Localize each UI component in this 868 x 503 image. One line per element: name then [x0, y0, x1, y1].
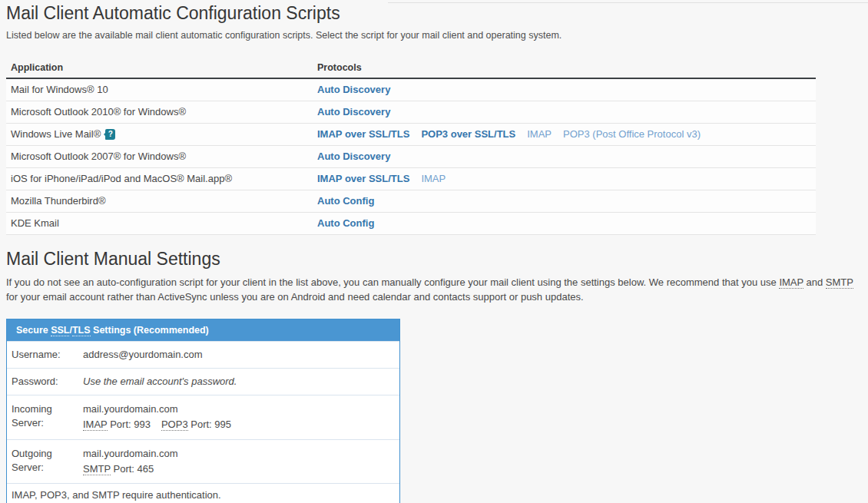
application-name: Microsoft Outlook 2007® for Windows® [11, 151, 317, 162]
secure-settings-header: Secure SSL/TLS Settings (Recommended) [7, 319, 399, 341]
table-row: Mail for Windows® 10 Auto Discovery [6, 79, 816, 101]
header-divider [388, 2, 868, 3]
outgoing-ports: SMTP Port: 465 [83, 462, 399, 476]
incoming-server-value: mail.yourdomain.com IMAP Port: 993POP3 P… [80, 395, 399, 438]
protocols-cell: Auto Discovery [317, 151, 816, 162]
protocols-cell: Auto Config [317, 217, 816, 229]
protocol-link-imap-ssl[interactable]: IMAP over SSL/TLS [317, 173, 409, 184]
protocols-cell: IMAP over SSL/TLS POP3 over SSL/TLS IMAP… [317, 128, 816, 140]
application-name: KDE Kmail [11, 217, 317, 229]
protocols-cell: Auto Config [317, 195, 816, 207]
table-row: iOS for iPhone/iPad/iPod and MacOS® Mail… [6, 168, 816, 190]
incoming-ports: IMAP Port: 993POP3 Port: 995 [83, 418, 399, 432]
incoming-server-row: Incoming Server: mail.yourdomain.com IMA… [7, 395, 399, 438]
header-text: Settings (Recommended) [91, 325, 209, 336]
outgoing-server-value: mail.yourdomain.com SMTP Port: 465 [80, 440, 399, 483]
protocol-link-pop3[interactable]: POP3 (Post Office Protocol v3) [563, 128, 701, 140]
protocol-link-imap-ssl[interactable]: IMAP over SSL/TLS [317, 128, 409, 140]
protocol-link-auto-discovery[interactable]: Auto Discovery [317, 84, 390, 95]
ssl-abbr: SSL [51, 325, 69, 336]
outgoing-host: mail.yourdomain.com [83, 447, 399, 461]
protocol-link-imap[interactable]: IMAP [421, 173, 446, 184]
column-header-application: Application [11, 62, 317, 73]
application-name: Mozilla Thunderbird® [11, 195, 317, 207]
imap-abbr: IMAP [83, 419, 108, 431]
port-text: Port: 465 [111, 463, 154, 475]
application-name: iOS for iPhone/iPad/iPod and MacOS® Mail… [11, 173, 317, 184]
table-row: Microsoft Outlook 2010® for Windows® Aut… [6, 101, 816, 124]
manual-settings-title: Mail Client Manual Settings [6, 249, 862, 270]
table-row: Microsoft Outlook 2007® for Windows® Aut… [6, 146, 816, 168]
application-name: Mail for Windows® 10 [11, 84, 317, 95]
pop3-abbr: POP3 [161, 419, 188, 431]
port-text: Port: 993 [108, 419, 151, 430]
protocol-link-pop3-ssl[interactable]: POP3 over SSL/TLS [421, 128, 515, 140]
table-row: Mozilla Thunderbird® Auto Config [6, 190, 816, 213]
imap-abbr: IMAP [779, 276, 803, 289]
protocol-link-auto-discovery[interactable]: Auto Discovery [317, 106, 390, 117]
protocol-link-auto-discovery[interactable]: Auto Discovery [317, 151, 390, 162]
table-row: Windows Live Mail® ? IMAP over SSL/TLS P… [6, 124, 816, 146]
protocols-cell: Auto Discovery [317, 106, 816, 117]
description-text: and [803, 276, 826, 288]
header-text: Secure [16, 325, 51, 336]
protocols-cell: IMAP over SSL/TLS IMAP [317, 173, 816, 184]
application-name: Microsoft Outlook 2010® for Windows® [11, 106, 317, 117]
smtp-abbr: SMTP [826, 276, 853, 289]
protocols-cell: Auto Discovery [317, 84, 816, 95]
description-text: for your email account rather than Activ… [6, 291, 584, 303]
column-header-protocols: Protocols [317, 62, 362, 73]
password-row: Password: Use the email account's passwo… [7, 368, 399, 395]
table-row: KDE Kmail Auto Config [6, 213, 816, 235]
application-name: Windows Live Mail® ? [11, 128, 317, 140]
auth-note: IMAP, POP3, and SMTP require authenticat… [7, 483, 399, 503]
protocol-link-auto-config[interactable]: Auto Config [317, 195, 374, 207]
main-content: Mail Client Automatic Configuration Scri… [0, 3, 868, 503]
help-icon[interactable]: ? [105, 129, 115, 140]
page-subtitle: Listed below are the available mail clie… [6, 30, 862, 41]
protocol-link-imap[interactable]: IMAP [527, 128, 552, 140]
manual-settings-description: If you do not see an auto-configuration … [6, 276, 862, 305]
username-value: address@yourdomain.com [80, 342, 399, 368]
username-row: Username: address@yourdomain.com [7, 341, 399, 368]
username-label: Username: [7, 342, 80, 368]
outgoing-server-label: Outgoing Server: [7, 440, 80, 483]
secure-settings-table: Secure SSL/TLS Settings (Recommended) Us… [6, 319, 400, 503]
description-text: If you do not see an auto-configuration … [6, 276, 779, 288]
page-title: Mail Client Automatic Configuration Scri… [6, 3, 862, 25]
port-text: Port: 995 [188, 419, 231, 430]
application-label: Windows Live Mail® [11, 128, 101, 140]
incoming-server-label: Incoming Server: [7, 395, 80, 438]
protocol-link-auto-config[interactable]: Auto Config [317, 217, 374, 229]
password-value: Use the email account's password. [80, 369, 399, 395]
tls-abbr: TLS [72, 325, 91, 336]
auto-config-table: Application Protocols Mail for Windows® … [6, 59, 816, 235]
smtp-abbr: SMTP [83, 463, 111, 475]
password-label: Password: [7, 369, 80, 395]
incoming-host: mail.yourdomain.com [83, 402, 399, 416]
outgoing-server-row: Outgoing Server: mail.yourdomain.com SMT… [7, 439, 399, 483]
table-header-row: Application Protocols [6, 59, 816, 79]
